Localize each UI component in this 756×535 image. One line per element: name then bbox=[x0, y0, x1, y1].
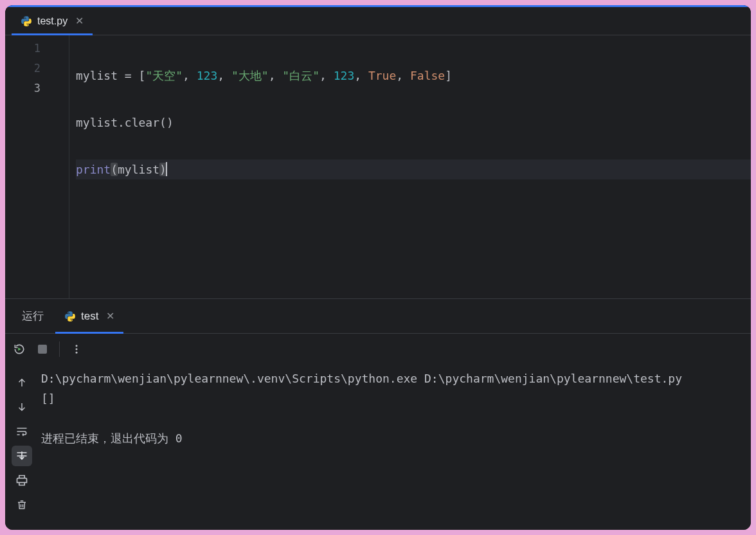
code-area[interactable]: mylist = ["天空", 123, "大地", "白云", 123, Tr… bbox=[69, 35, 751, 298]
console-exit: 进程已结束，退出代码为 0 bbox=[41, 428, 744, 448]
python-icon bbox=[64, 311, 76, 322]
scroll-to-end-button[interactable] bbox=[12, 446, 32, 466]
run-panel-title[interactable]: 运行 bbox=[14, 309, 51, 323]
svg-rect-0 bbox=[38, 345, 47, 354]
editor-tab-bar: test.py ✕ bbox=[5, 7, 751, 35]
close-icon[interactable]: ✕ bbox=[106, 311, 114, 322]
scroll-end-icon bbox=[15, 449, 28, 462]
run-tab-bar: 运行 test ✕ bbox=[5, 299, 751, 334]
console-command: D:\pycharm\wenjian\pylearnnew\.venv\Scri… bbox=[41, 368, 744, 388]
up-button[interactable] bbox=[12, 372, 32, 393]
arrow-down-icon bbox=[16, 401, 28, 413]
svg-point-2 bbox=[76, 349, 78, 350]
soft-wrap-button[interactable] bbox=[12, 421, 32, 442]
ide-window: test.py ✕ 1 2 3 mylist = ["天空", 123, "大地… bbox=[5, 5, 751, 530]
svg-point-1 bbox=[76, 345, 78, 347]
line-number: 3 bbox=[5, 78, 40, 98]
close-icon[interactable]: ✕ bbox=[75, 16, 84, 26]
caret bbox=[166, 162, 167, 176]
line-gutter: 1 2 3 bbox=[5, 35, 69, 298]
console-stdout: [] bbox=[41, 388, 744, 408]
run-panel: 运行 test ✕ bbox=[5, 298, 751, 530]
run-body: D:\pycharm\wenjian\pylearnnew\.venv\Scri… bbox=[5, 365, 751, 530]
more-icon bbox=[71, 343, 82, 355]
run-tab-label: test bbox=[81, 310, 98, 323]
print-button[interactable] bbox=[12, 470, 32, 491]
code-line-1: mylist = ["天空", 123, "大地", "白云", 123, Tr… bbox=[76, 66, 751, 86]
python-icon bbox=[21, 15, 32, 27]
down-button[interactable] bbox=[12, 397, 32, 417]
editor-tab-test-py[interactable]: test.py ✕ bbox=[12, 7, 93, 35]
console-blank bbox=[41, 408, 744, 428]
rerun-icon bbox=[13, 343, 26, 356]
clear-button[interactable] bbox=[12, 494, 32, 515]
toolbar-separator bbox=[59, 341, 60, 357]
run-toolbar bbox=[5, 334, 751, 365]
code-line-3: print(mylist) bbox=[76, 159, 751, 179]
run-tab-test[interactable]: test ✕ bbox=[55, 299, 123, 333]
arrow-up-icon bbox=[16, 377, 28, 388]
soft-wrap-icon bbox=[15, 425, 28, 438]
stop-icon bbox=[37, 344, 48, 354]
trash-icon bbox=[16, 499, 28, 511]
rerun-button[interactable] bbox=[10, 340, 28, 358]
print-icon bbox=[15, 474, 28, 487]
code-editor[interactable]: 1 2 3 mylist = ["天空", 123, "大地", "白云", 1… bbox=[5, 35, 751, 298]
line-number: 2 bbox=[5, 59, 40, 78]
svg-point-3 bbox=[76, 352, 78, 354]
console-output[interactable]: D:\pycharm\wenjian\pylearnnew\.venv\Scri… bbox=[39, 365, 751, 530]
tab-label: test.py bbox=[37, 15, 68, 27]
code-line-2: mylist.clear() bbox=[76, 113, 751, 132]
run-side-toolbar bbox=[5, 365, 39, 530]
line-number: 1 bbox=[5, 39, 40, 59]
more-button[interactable] bbox=[68, 340, 86, 358]
stop-button[interactable] bbox=[33, 340, 51, 358]
